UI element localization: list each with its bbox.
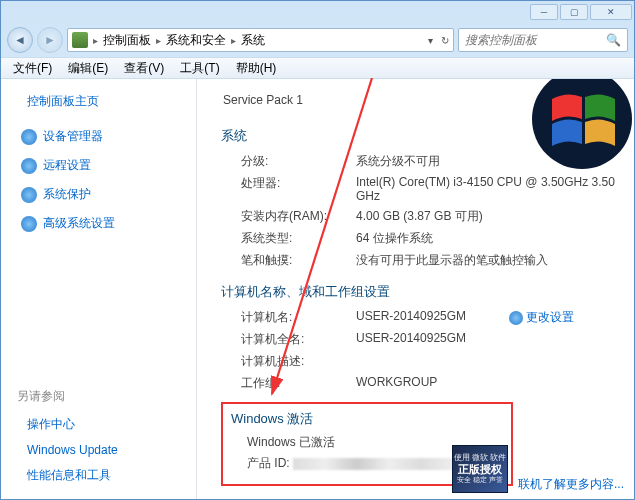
search-box[interactable]: 🔍 <box>458 28 628 52</box>
maximize-button[interactable]: ▢ <box>560 4 588 20</box>
breadcrumb[interactable]: ▸ 控制面板 ▸ 系统和安全 ▸ 系统 ▾ ↻ <box>67 28 454 52</box>
close-button[interactable]: ✕ <box>590 4 632 20</box>
label-systype: 系统类型: <box>241 230 356 247</box>
learn-more-link[interactable]: 联机了解更多内容... <box>518 476 624 493</box>
search-icon[interactable]: 🔍 <box>606 33 621 47</box>
label-rating: 分级: <box>241 153 356 170</box>
main-content: Service Pack 1 系统 分级:系统分级不可用 处理器:Intel(R… <box>197 79 634 499</box>
menu-help[interactable]: 帮助(H) <box>228 58 285 79</box>
menu-file[interactable]: 文件(F) <box>5 58 60 79</box>
shield-icon <box>21 158 37 174</box>
refresh-icon[interactable]: ↻ <box>441 35 449 46</box>
menu-edit[interactable]: 编辑(E) <box>60 58 116 79</box>
shield-icon <box>21 129 37 145</box>
titlebar: ─ ▢ ✕ <box>1 1 634 23</box>
value-workgroup: WORKGROUP <box>356 375 616 392</box>
section-computer-name: 计算机名称、域和工作组设置 <box>221 283 616 301</box>
sidebar-item-label: 高级系统设置 <box>43 215 115 232</box>
control-panel-icon <box>72 32 88 48</box>
label-desc: 计算机描述: <box>241 353 356 370</box>
sidebar-item-label: 远程设置 <box>43 157 91 174</box>
crumb-l2[interactable]: 系统 <box>241 32 265 49</box>
value-fullname: USER-20140925GM <box>356 331 616 348</box>
chevron-right-icon: ▸ <box>156 35 161 46</box>
label-cpu: 处理器: <box>241 175 356 203</box>
value-compname: USER-20140925GM <box>356 309 616 326</box>
label-product-id: 产品 ID: <box>247 456 290 470</box>
sidebar-item-advanced[interactable]: 高级系统设置 <box>21 215 184 232</box>
label-fullname: 计算机全名: <box>241 331 356 348</box>
sidebar-item-device-manager[interactable]: 设备管理器 <box>21 128 184 145</box>
minimize-button[interactable]: ─ <box>530 4 558 20</box>
windows-flag-icon <box>514 79 634 187</box>
forward-button[interactable]: ► <box>37 27 63 53</box>
menubar: 文件(F) 编辑(E) 查看(V) 工具(T) 帮助(H) <box>1 57 634 79</box>
sidebar-item-label: 设备管理器 <box>43 128 103 145</box>
footer-right: 使用 微软 软件 正版授权 安全 稳定 声誉 联机了解更多内容... <box>452 445 624 493</box>
breadcrumb-dropdown-icon[interactable]: ▾ <box>428 35 433 46</box>
body: 控制面板主页 设备管理器 远程设置 系统保护 高级系统设置 另请参阅 操作中心 … <box>1 79 634 499</box>
sidebar-related-title: 另请参阅 <box>17 388 184 405</box>
address-row: ◄ ► ▸ 控制面板 ▸ 系统和安全 ▸ 系统 ▾ ↻ 🔍 <box>1 23 634 57</box>
menu-tools[interactable]: 工具(T) <box>172 58 227 79</box>
value-desc <box>356 353 616 370</box>
crumb-l1[interactable]: 系统和安全 <box>166 32 226 49</box>
value-systype: 64 位操作系统 <box>356 230 616 247</box>
label-compname: 计算机名: <box>241 309 356 326</box>
change-settings-link[interactable]: 更改设置 <box>509 309 574 326</box>
sidebar-item-label: 系统保护 <box>43 186 91 203</box>
label-pen: 笔和触摸: <box>241 252 356 269</box>
genuine-badge: 使用 微软 软件 正版授权 安全 稳定 声誉 <box>452 445 508 493</box>
chevron-right-icon: ▸ <box>93 35 98 46</box>
sidebar-rel-windows-update[interactable]: Windows Update <box>27 443 184 457</box>
shield-icon <box>21 216 37 232</box>
label-ram: 安装内存(RAM): <box>241 208 356 225</box>
shield-icon <box>21 187 37 203</box>
value-ram: 4.00 GB (3.87 GB 可用) <box>356 208 616 225</box>
shield-icon <box>509 311 523 325</box>
sidebar-rel-action-center[interactable]: 操作中心 <box>27 416 184 433</box>
sidebar: 控制面板主页 设备管理器 远程设置 系统保护 高级系统设置 另请参阅 操作中心 … <box>1 79 197 499</box>
sidebar-item-remote[interactable]: 远程设置 <box>21 157 184 174</box>
sidebar-home[interactable]: 控制面板主页 <box>27 93 184 110</box>
sidebar-rel-performance[interactable]: 性能信息和工具 <box>27 467 184 484</box>
window: ─ ▢ ✕ ◄ ► ▸ 控制面板 ▸ 系统和安全 ▸ 系统 ▾ ↻ 🔍 文件(F… <box>0 0 635 500</box>
back-button[interactable]: ◄ <box>7 27 33 53</box>
sidebar-item-protection[interactable]: 系统保护 <box>21 186 184 203</box>
section-activation: Windows 激活 <box>231 410 503 428</box>
label-workgroup: 工作组: <box>241 375 356 392</box>
search-input[interactable] <box>465 33 602 47</box>
chevron-right-icon: ▸ <box>231 35 236 46</box>
crumb-root[interactable]: 控制面板 <box>103 32 151 49</box>
product-id-redacted <box>293 458 453 470</box>
value-pen: 没有可用于此显示器的笔或触控输入 <box>356 252 616 269</box>
menu-view[interactable]: 查看(V) <box>116 58 172 79</box>
